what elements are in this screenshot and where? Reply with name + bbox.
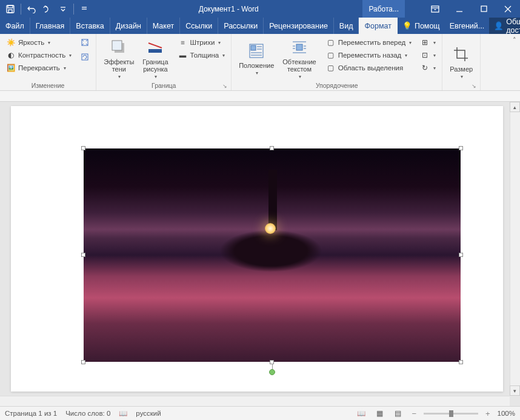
chevron-down-icon: ▾	[256, 70, 258, 76]
horizontal-scrollbar[interactable]	[0, 396, 510, 406]
selected-image[interactable]	[84, 148, 461, 362]
svg-rect-15	[112, 41, 122, 50]
zoom-level[interactable]: 100%	[498, 410, 515, 417]
thickness-icon: ▬	[178, 50, 188, 60]
shadow-icon	[109, 38, 128, 57]
collapse-ribbon-icon[interactable]: ˄	[513, 36, 516, 44]
zoom-slider[interactable]	[424, 413, 478, 415]
tab-review[interactable]: Рецензирование	[264, 18, 334, 34]
bring-forward-button[interactable]: ▢Переместить вперед▾	[324, 36, 415, 48]
resize-handle-bl[interactable]	[81, 360, 85, 364]
strokes-button[interactable]: ≡Штрихи▾	[176, 36, 228, 48]
svg-rect-9	[481, 6, 487, 12]
tab-format[interactable]: Формат	[359, 18, 397, 34]
web-layout-icon[interactable]: ▤	[391, 408, 404, 419]
image-content	[84, 148, 461, 362]
tab-references[interactable]: Ссылки	[180, 18, 218, 34]
close-icon[interactable]	[496, 0, 520, 18]
user-account[interactable]: Евгений...	[445, 22, 490, 30]
ribbon: ☀️Яркость▾ ◐Контрастность▾ 🖼️Перекрасить…	[0, 34, 520, 91]
tab-layout[interactable]: Макет	[147, 18, 180, 34]
send-backward-button[interactable]: ▢Переместить назад▾	[324, 49, 415, 61]
compress-icon	[80, 38, 90, 47]
backward-icon: ▢	[326, 50, 336, 60]
horizontal-ruler[interactable]	[0, 91, 520, 102]
border-icon	[145, 38, 165, 57]
reset-button[interactable]	[78, 51, 92, 63]
proofing-icon[interactable]: 📖	[119, 409, 127, 418]
forward-label: Переместить вперед	[338, 39, 406, 46]
document-page[interactable]	[11, 106, 503, 392]
tab-file[interactable]: Файл	[0, 18, 30, 34]
print-layout-icon[interactable]: ▦	[373, 408, 386, 419]
wrap-label: Обтекание текстом	[282, 58, 316, 73]
selection-icon: ▢	[326, 63, 336, 73]
tab-mailings[interactable]: Рассылки	[218, 18, 264, 34]
selection-pane-button[interactable]: ▢Область выделения	[324, 62, 415, 74]
brightness-icon: ☀️	[6, 38, 16, 47]
wrap-text-button[interactable]: Обтекание текстом▾	[279, 36, 319, 81]
qat-customize-icon[interactable]	[56, 2, 70, 16]
align-icon: ⊞	[420, 38, 430, 47]
align-button[interactable]: ⊞▾	[418, 36, 438, 48]
page-indicator[interactable]: Страница 1 из 1	[5, 410, 57, 417]
group-border: Эффекты тени▾ Граница рисунка▾ ≡Штрихи▾ …	[96, 34, 232, 90]
rotate-handle[interactable]	[269, 369, 275, 375]
compress-button[interactable]	[78, 36, 92, 48]
chevron-down-icon: ▾	[409, 40, 412, 45]
tab-view[interactable]: Вид	[334, 18, 359, 34]
group-button[interactable]: ⊡▾	[418, 49, 438, 61]
position-button[interactable]: Положение▾	[235, 36, 278, 81]
maximize-icon[interactable]	[472, 0, 496, 18]
resize-handle-tr[interactable]	[459, 146, 463, 150]
dialog-launcher-icon[interactable]: ↘	[222, 83, 227, 89]
thickness-label: Толщина	[190, 52, 219, 59]
zoom-thumb[interactable]	[449, 410, 453, 417]
zoom-out-button[interactable]: −	[409, 409, 419, 418]
picture-border-button[interactable]: Граница рисунка▾	[139, 36, 172, 81]
size-label: Размер	[450, 65, 473, 73]
reset-icon	[80, 52, 90, 62]
ribbon-options-icon[interactable]	[423, 0, 447, 18]
crop-icon	[452, 45, 471, 64]
resize-handle-br[interactable]	[459, 360, 463, 364]
resize-handle-ml[interactable]	[81, 253, 85, 257]
resize-handle-mr[interactable]	[459, 253, 463, 257]
group-arrange: Положение▾ Обтекание текстом▾ ▢Перемести…	[232, 34, 442, 90]
minimize-icon[interactable]	[447, 0, 472, 18]
thickness-button[interactable]: ▬Толщина▾	[176, 49, 228, 61]
resize-handle-tl[interactable]	[81, 146, 85, 150]
contrast-button[interactable]: ◐Контрастность▾	[4, 49, 74, 61]
tab-home[interactable]: Главная	[30, 18, 71, 34]
size-button[interactable]: Размер▾	[446, 36, 476, 88]
window-title: Документ1 - Word	[95, 5, 362, 13]
dialog-launcher-icon[interactable]: ↘	[472, 83, 476, 89]
brightness-button[interactable]: ☀️Яркость▾	[4, 36, 74, 48]
undo-icon[interactable]	[25, 2, 38, 16]
read-mode-icon[interactable]: 📖	[355, 408, 368, 419]
tab-design[interactable]: Дизайн	[110, 18, 147, 34]
qat-more-icon[interactable]	[78, 2, 91, 16]
word-count[interactable]: Число слов: 0	[65, 410, 110, 417]
scroll-up-button[interactable]: ▴	[510, 102, 520, 112]
scroll-down-button[interactable]: ▾	[510, 385, 520, 396]
recolor-button[interactable]: 🖼️Перекрасить▾	[4, 62, 74, 74]
language-indicator[interactable]: русский	[136, 410, 161, 417]
vertical-scrollbar[interactable]	[510, 112, 520, 385]
zoom-in-button[interactable]: +	[483, 409, 493, 418]
tab-insert[interactable]: Вставка	[70, 18, 110, 34]
save-icon[interactable]	[4, 2, 17, 16]
resize-handle-tm[interactable]	[270, 146, 274, 150]
rotate-button[interactable]: ↻▾	[418, 62, 438, 74]
chevron-down-icon: ▾	[405, 53, 407, 58]
contrast-label: Контрастность	[18, 52, 65, 59]
redo-icon[interactable]	[41, 2, 54, 16]
recolor-icon: 🖼️	[6, 63, 16, 73]
share-button[interactable]: 👤Общий доступ	[489, 18, 520, 35]
chevron-down-icon: ▾	[433, 40, 436, 45]
group-arrange-label: Упорядочение	[235, 81, 438, 90]
shadow-effects-button[interactable]: Эффекты тени▾	[100, 36, 138, 81]
tell-me-button[interactable]: 💡Помощ	[398, 21, 445, 30]
strokes-label: Штрихи	[190, 39, 215, 46]
svg-rect-19	[251, 45, 256, 50]
